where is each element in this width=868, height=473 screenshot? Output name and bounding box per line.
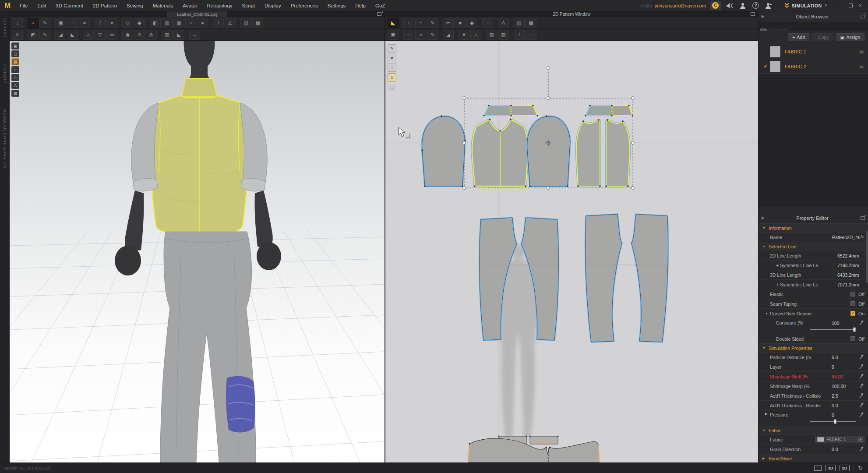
menu-item[interactable]: Avatar — [178, 0, 202, 11]
menu-item[interactable]: File — [15, 0, 33, 11]
show-seams-toggle[interactable]: ○ — [11, 66, 19, 73]
popout-window-icon[interactable] — [377, 12, 381, 16]
grid-edit-tool[interactable]: ▩ — [526, 18, 536, 28]
section-header[interactable]: Bond/Skive — [759, 454, 868, 462]
app-logo[interactable]: M — [0, 0, 15, 11]
avatar-fit-tool[interactable]: ● — [197, 18, 208, 28]
show-fabric-view-toggle[interactable]: ■ — [388, 73, 396, 81]
property-value[interactable]: 0.0 — [832, 447, 859, 452]
property-value[interactable]: 7193.2mm — [837, 263, 864, 268]
help-icon[interactable]: ? — [752, 1, 760, 10]
polygon-tool[interactable]: ▭ — [443, 18, 454, 28]
property-value[interactable]: 100.00 — [832, 384, 859, 389]
notch-tool[interactable]: / — [514, 30, 525, 40]
property-value[interactable]: 94.00 — [832, 374, 859, 379]
fabric-item[interactable]: ✓ FABRIC 1 ▤ — [759, 44, 868, 59]
show-avatar-toggle[interactable]: Λ — [11, 82, 19, 89]
shrink-tool[interactable]: ▨ — [486, 30, 497, 40]
property-value[interactable]: On — [858, 311, 864, 316]
fold-arrangement-tool[interactable]: ◧ — [150, 18, 161, 28]
slider-handle[interactable] — [834, 419, 837, 424]
grid-snap-tool[interactable]: ▤ — [240, 18, 251, 28]
share-avatar-icon[interactable] — [765, 1, 773, 10]
show-avatar-silhouette-tool[interactable]: Λ — [498, 18, 509, 28]
fabric-pages-icon[interactable]: ▤ — [860, 64, 864, 69]
copy-fabric-button[interactable]: Copy — [812, 33, 833, 41]
collar-pattern-right[interactable] — [511, 106, 537, 116]
row-twisty-icon[interactable] — [765, 412, 770, 416]
sewing-machine-tool[interactable]: ▣ — [55, 18, 66, 28]
menu-item[interactable]: 3D Garment — [51, 0, 88, 11]
menu-item[interactable]: Script — [237, 0, 260, 11]
move-to-inside-tool[interactable]: ◆ — [134, 18, 145, 28]
2d-canvas[interactable]: ✎▼i■◻ — [385, 41, 758, 462]
fabric-dropdown[interactable]: FABRIC 1 ▼ — [815, 436, 864, 443]
wrench-icon[interactable] — [859, 446, 864, 452]
side-panel-tab[interactable]: HISTORY — [3, 64, 7, 84]
pattern-outline-tool[interactable]: ▽ — [95, 30, 106, 40]
checkbox[interactable] — [850, 311, 855, 316]
property-value[interactable]: 0.0 — [832, 403, 859, 408]
section-header[interactable]: Selected Line — [759, 242, 868, 251]
edit-fold-tool[interactable]: ◣ — [67, 30, 78, 40]
segment-sewing-tool[interactable]: ⋯ — [403, 30, 414, 40]
free-sewing-tool[interactable]: ≈ — [79, 18, 90, 28]
fabric-swatch[interactable] — [770, 61, 780, 72]
wrench-icon[interactable] — [859, 402, 864, 408]
wrench-icon[interactable] — [859, 320, 864, 326]
lock-patterns-toggle[interactable]: ◻ — [388, 83, 396, 91]
project-file-tab[interactable]: Leather_Cloth-01.zprj — [167, 11, 226, 17]
edit-pattern-tool[interactable]: + — [403, 18, 414, 28]
3d-canvas[interactable]: ▣◻▤○◇Λ▦ — [10, 41, 385, 462]
wrench-icon[interactable] — [859, 383, 864, 389]
edit-pencil-icon[interactable]: ✎ — [861, 234, 864, 240]
minimize-button[interactable]: – — [840, 0, 843, 11]
menu-item[interactable]: Edit — [33, 0, 51, 11]
property-value[interactable]: 100 — [832, 321, 859, 326]
fold-tool[interactable]: ◢ — [55, 30, 66, 40]
property-value[interactable]: Pattern2D_46 — [832, 235, 861, 240]
property-value[interactable]: 0 — [832, 364, 859, 370]
slider[interactable] — [810, 421, 856, 422]
close-button[interactable]: × — [859, 0, 862, 11]
edit-measure-tool[interactable]: ∠ — [225, 18, 236, 28]
seam-iron-tool[interactable]: ◢ — [443, 30, 454, 40]
button-tool[interactable]: ◉ — [122, 30, 133, 40]
section-header[interactable]: Simulation Properties — [759, 343, 868, 352]
layer-clone-tool[interactable]: ▦ — [173, 18, 184, 28]
buttonhole-tool[interactable]: ⊙ — [134, 30, 145, 40]
wrench-icon[interactable] — [859, 364, 864, 370]
view-3d-button[interactable]: 3D — [826, 465, 836, 471]
edit-curvature-tool[interactable]: ~ — [415, 18, 426, 28]
sleeve-pattern-right[interactable] — [527, 116, 570, 186]
select-mesh-tool[interactable]: ◩ — [28, 30, 39, 40]
popout-window-icon[interactable] — [861, 216, 865, 220]
show-3d-garment-toggle[interactable]: ▣ — [11, 42, 19, 49]
fabric-pages-icon[interactable]: ▤ — [860, 49, 864, 54]
property-value[interactable]: Off — [858, 301, 864, 307]
checkbox[interactable] — [850, 336, 855, 341]
transform-pattern-tool[interactable]: ◣ — [388, 18, 399, 28]
property-value[interactable]: 6433.2mm — [837, 272, 864, 278]
show-3d-pattern-toggle[interactable]: ◻ — [11, 50, 19, 57]
split-view-icon[interactable] — [814, 466, 822, 471]
fabric-item[interactable]: ✓ FABRIC 2 ▤ — [759, 59, 868, 74]
view-2d-button[interactable]: 2D — [840, 465, 850, 471]
section-header[interactable]: Fabric — [759, 426, 868, 434]
popout-window-icon[interactable] — [751, 12, 755, 16]
panel-scrollbar[interactable] — [866, 230, 868, 283]
flatten-tool[interactable]: ▭ — [106, 30, 117, 40]
pattern-information-toggle[interactable]: i — [388, 64, 396, 72]
menu-item[interactable]: GoZ — [370, 0, 390, 11]
credits-coin-icon[interactable]: C — [710, 1, 721, 10]
edit-mesh-tool[interactable]: ✎ — [39, 30, 50, 40]
show-floor-toggle[interactable]: ▦ — [11, 90, 19, 97]
property-value[interactable]: 2.5 — [832, 393, 859, 399]
free-sewing-tool[interactable]: ≈ — [415, 30, 426, 40]
show-fabric-toggle[interactable]: ▤ — [11, 58, 19, 65]
restore-button[interactable] — [849, 0, 853, 11]
superimpose-tool[interactable]: ◇ — [122, 18, 133, 28]
edit-pinpoint-tool[interactable]: ✎ — [39, 18, 50, 28]
add-point-tool[interactable]: ✎ — [427, 18, 438, 28]
wrench-icon[interactable] — [859, 374, 864, 379]
